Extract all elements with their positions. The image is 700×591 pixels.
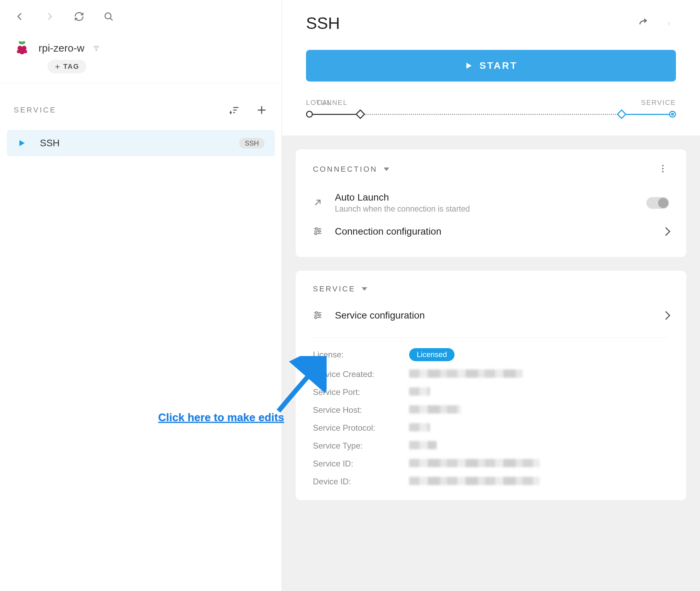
kv-label: Service Protocol:: [313, 423, 409, 433]
raspberry-pi-icon: [14, 40, 30, 56]
svg-point-25: [316, 228, 318, 230]
redacted-value: [409, 441, 437, 449]
nav-back-icon[interactable]: [14, 10, 26, 23]
service-details-list: License: Licensed Service Created: Servi…: [313, 348, 669, 486]
chevron-right-icon: [661, 227, 670, 236]
connection-card: CONNECTION Auto Launch Launch when the c…: [296, 149, 686, 257]
device-header: rpi-zero-w: [10, 33, 271, 56]
svg-point-31: [316, 312, 318, 314]
svg-point-7: [96, 50, 97, 51]
track-label-tunnel: TUNNEL: [316, 99, 348, 107]
refresh-icon[interactable]: [73, 10, 85, 23]
sliders-icon: [313, 226, 323, 237]
launch-arrow-icon: [313, 198, 323, 208]
service-header-label: SERVICE: [313, 284, 356, 293]
service-config-row[interactable]: Service configuration: [313, 304, 669, 327]
chevron-right-icon: [661, 311, 670, 320]
svg-point-5: [17, 50, 20, 53]
device-name: rpi-zero-w: [39, 42, 84, 54]
svg-point-29: [315, 233, 317, 235]
redacted-value: [409, 423, 430, 431]
add-tag-button[interactable]: TAG: [47, 60, 86, 73]
auto-launch-toggle[interactable]: [646, 197, 669, 209]
start-button-label: START: [479, 60, 517, 71]
svg-point-35: [315, 316, 317, 319]
track-node-tunnel-start: [356, 109, 365, 119]
kv-service-id: Service ID:: [313, 459, 669, 469]
svg-line-1: [110, 18, 112, 20]
kv-service-port: Service Port:: [313, 387, 669, 397]
tag-button-label: TAG: [63, 63, 79, 71]
track-node-tunnel-end: [617, 109, 626, 119]
play-icon: [464, 61, 473, 70]
auto-launch-title: Auto Launch: [335, 192, 635, 203]
sliders-icon: [313, 310, 323, 321]
kv-service-type: Service Type:: [313, 441, 669, 451]
track-label-service: SERVICE: [641, 99, 676, 107]
connection-more-icon[interactable]: [657, 163, 669, 175]
auto-launch-row[interactable]: Auto Launch Launch when the connection i…: [313, 186, 669, 220]
kv-service-host: Service Host:: [313, 405, 669, 415]
auto-launch-subtitle: Launch when the connection is started: [335, 204, 635, 214]
redacted-value: [409, 387, 430, 396]
svg-point-6: [24, 50, 27, 53]
redacted-value: [409, 369, 523, 378]
redacted-value: [409, 405, 461, 413]
redacted-value: [409, 477, 540, 485]
page-title: SSH: [306, 14, 340, 33]
kv-service-created: Service Created:: [313, 369, 669, 379]
svg-marker-19: [467, 63, 472, 68]
service-item-ssh[interactable]: SSH SSH: [7, 130, 275, 156]
svg-marker-15: [20, 140, 25, 146]
license-badge: Licensed: [409, 348, 455, 361]
share-icon[interactable]: [637, 17, 650, 30]
svg-point-22: [662, 171, 664, 172]
svg-point-17: [669, 23, 669, 24]
kv-label: Service Port:: [313, 387, 409, 397]
kv-license: License: Licensed: [313, 348, 669, 361]
connection-track-labels: LOCAL TUNNEL SERVICE: [282, 92, 700, 110]
kv-device-id: Device ID:: [313, 477, 669, 486]
svg-point-27: [318, 230, 320, 232]
svg-point-33: [318, 314, 320, 316]
caret-down-icon: [362, 287, 367, 291]
svg-point-16: [669, 22, 669, 23]
kv-label: Service Host:: [313, 405, 409, 415]
svg-point-18: [669, 24, 669, 25]
track-node-local: [306, 111, 313, 118]
sidebar: rpi-zero-w TAG SERVICE: [0, 0, 282, 591]
svg-point-0: [105, 13, 111, 19]
service-section-label: SERVICE: [14, 106, 56, 115]
redacted-value: [409, 459, 540, 467]
svg-point-21: [662, 168, 664, 169]
main-panel: SSH START LOCAL TUNNEL SERVICE: [282, 0, 700, 591]
kv-label: Device ID:: [313, 477, 409, 486]
service-card: SERVICE Service configuration: [296, 271, 686, 500]
connection-track: [306, 110, 676, 118]
more-icon[interactable]: [664, 17, 676, 30]
connection-header-label: CONNECTION: [313, 165, 378, 174]
service-item-name: SSH: [40, 138, 60, 149]
sort-icon[interactable]: [228, 104, 240, 116]
caret-down-icon: [384, 168, 389, 171]
kv-service-protocol: Service Protocol:: [313, 423, 669, 433]
svg-point-20: [662, 165, 664, 166]
connection-config-label: Connection configuration: [335, 226, 651, 237]
divider: [313, 337, 669, 338]
wifi-icon: [92, 44, 100, 52]
search-icon[interactable]: [102, 10, 115, 23]
kv-label: Service Type:: [313, 441, 409, 451]
start-button[interactable]: START: [306, 50, 676, 82]
annotation-text: Click here to make edits: [158, 411, 284, 424]
track-node-service: [669, 111, 676, 118]
svg-line-23: [315, 200, 320, 205]
kv-label: License:: [313, 350, 409, 359]
service-card-header[interactable]: SERVICE: [313, 284, 367, 293]
connection-card-header[interactable]: CONNECTION: [313, 165, 389, 174]
add-service-icon[interactable]: [255, 104, 268, 116]
play-icon: [17, 139, 26, 148]
connection-config-row[interactable]: Connection configuration: [313, 220, 669, 243]
kv-label: Service Created:: [313, 369, 409, 379]
nav-forward-icon: [43, 10, 56, 23]
service-config-label: Service configuration: [335, 310, 651, 321]
